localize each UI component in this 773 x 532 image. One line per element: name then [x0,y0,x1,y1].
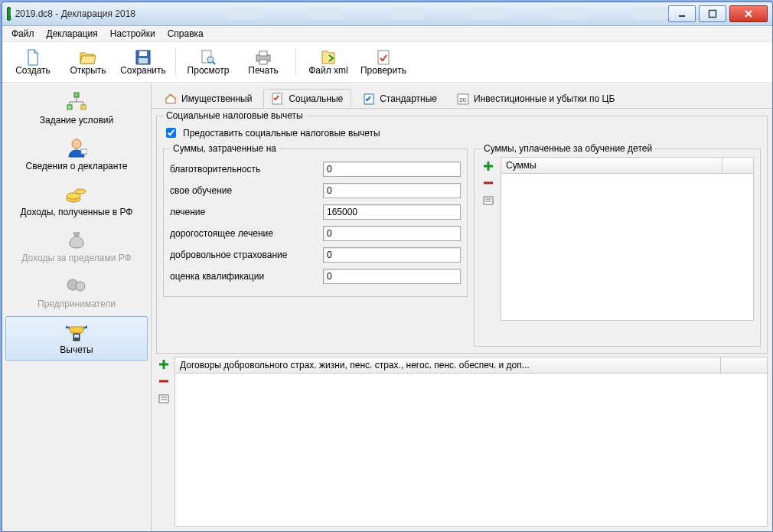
tab-label: Имущественный [181,93,252,104]
group-children-education: Суммы, уплаченные за обучение детей [474,143,761,347]
contracts-remove-button[interactable] [158,375,170,387]
contracts-add-button[interactable] [158,358,170,370]
charity-label: благотворительность [170,164,323,175]
group-legend: Социальные налоговые вычеты [163,110,306,121]
add-row-button[interactable] [482,160,494,172]
toolbar-open[interactable]: Открыть [60,45,116,79]
minimize-icon [677,9,687,18]
tab-invest[interactable]: 20. Инвестиционные и убытки по ЦБ [448,89,623,108]
toolbar-check[interactable]: Проверить [356,45,411,79]
folder-open-icon [79,50,97,65]
checklist-icon [272,93,284,105]
list-column-sums[interactable]: Суммы [501,158,722,173]
list-header: Договоры добровольного страх. жизни, пен… [175,357,767,374]
title-bar: 2019.dc8 - Декларация 2018 [2,2,772,26]
person-icon [66,137,87,158]
coins-icon [65,184,88,204]
remove-row-button[interactable] [482,177,494,189]
children-education-list[interactable]: Суммы [501,157,754,321]
edit-icon [483,194,494,205]
menu-declaration[interactable]: Декларация [42,27,103,41]
edit-row-button[interactable] [482,194,494,206]
treatment-input[interactable] [323,204,461,220]
left-sidebar: Задание условий Сведения о декларанте До… [2,83,152,531]
tab-label: Социальные [289,93,343,104]
expensive-treatment-label: дорогостоящее лечение [170,228,323,239]
minimize-button[interactable] [668,5,696,22]
qualification-input[interactable] [323,269,461,284]
group-sums-spent: Суммы, затраченные на благотворительност… [163,143,468,297]
sidebar-item-deductions[interactable]: Вычеты [5,316,148,361]
charity-input[interactable] [323,162,461,177]
money-bag-icon [67,230,86,250]
tab-property[interactable]: Имущественный [156,89,260,108]
close-button[interactable] [729,5,768,22]
minus-icon [158,376,169,387]
svg-rect-4 [139,58,148,64]
entrepreneurs-icon [65,276,88,295]
provide-social-checkbox[interactable]: Предоставить социальные налоговые вычеты [163,126,761,140]
expensive-treatment-input[interactable] [323,226,461,241]
toolbar-preview[interactable]: Просмотр [181,45,236,79]
sidebar-item-income-foreign[interactable]: Доходы за пределами РФ [5,224,148,269]
svg-rect-0 [679,15,685,17]
svg-rect-22 [74,335,79,338]
toolbar-separator [175,48,176,76]
maximize-icon [708,9,717,18]
toolbar-file-xml[interactable]: Файл xml [301,45,356,79]
floppy-icon [135,50,151,65]
own-education-input[interactable] [323,183,461,198]
sidebar-item-declarant[interactable]: Сведения о декларанте [5,132,148,177]
menu-settings[interactable]: Настройки [106,27,160,41]
group-social-deductions: Социальные налоговые вычеты Предоставить… [156,110,768,354]
main-toolbar: Создать Открыть Сохранить Просмотр Печат… [2,42,772,83]
contracts-edit-button[interactable] [158,392,170,404]
menu-help[interactable]: Справка [163,27,208,41]
svg-point-14 [72,139,81,149]
tab-label: Инвестиционные и убытки по ЦБ [474,93,615,104]
voluntary-insurance-label: добровольное страхование [170,250,323,260]
svg-rect-8 [259,51,267,56]
provide-social-label: Предоставить социальные налоговые вычеты [183,128,380,139]
window-title: 2019.dc8 - Декларация 2018 [15,8,135,19]
document-new-icon [25,49,41,66]
magnifier-page-icon [200,49,217,66]
toolbar-print[interactable]: Печать [236,45,291,79]
browser-tabs-blur [227,8,668,19]
maximize-button[interactable] [699,5,726,22]
svg-rect-15 [81,149,87,154]
svg-rect-27 [484,197,493,204]
minus-icon [483,178,494,188]
menu-bar: Файл Декларация Настройки Справка [2,26,772,42]
close-icon [743,9,754,18]
house-icon [165,93,177,105]
deductions-icon [64,321,90,342]
svg-point-6 [207,57,214,63]
tab-standard[interactable]: Стандартные [354,89,445,108]
app-icon [7,7,11,21]
svg-rect-1 [709,11,716,18]
plus-icon [158,359,169,370]
contracts-list[interactable]: Договоры добровольного страх. жизни, пен… [174,357,768,527]
svg-point-18 [75,189,86,194]
menu-file[interactable]: Файл [7,27,39,41]
app-window: 2019.dc8 - Декларация 2018 Файл Декларац… [2,2,773,532]
svg-rect-12 [67,105,72,109]
sidebar-item-income-rf[interactable]: Доходы, полученные в РФ [5,178,148,223]
edit-icon [158,393,169,403]
conditions-icon [65,92,88,112]
sidebar-item-conditions[interactable]: Задание условий [5,86,148,131]
tab-social[interactable]: Социальные [263,89,351,108]
content-area: Имущественный Социальные Стандартные 20.… [152,83,772,531]
sidebar-item-entrepreneurs[interactable]: Предприниматели [5,270,148,315]
svg-rect-28 [159,395,168,403]
voluntary-insurance-input[interactable] [323,247,461,263]
toolbar-save[interactable]: Сохранить [116,45,171,79]
own-education-label: свое обучение [170,185,323,196]
list-column-contracts[interactable]: Договоры добровольного страх. жизни, пен… [175,357,721,373]
provide-social-checkbox-input[interactable] [166,128,176,138]
toolbar-create[interactable]: Создать [5,45,60,79]
toolbar-separator [295,48,296,76]
svg-rect-9 [259,60,267,64]
document-check-icon [376,49,391,66]
